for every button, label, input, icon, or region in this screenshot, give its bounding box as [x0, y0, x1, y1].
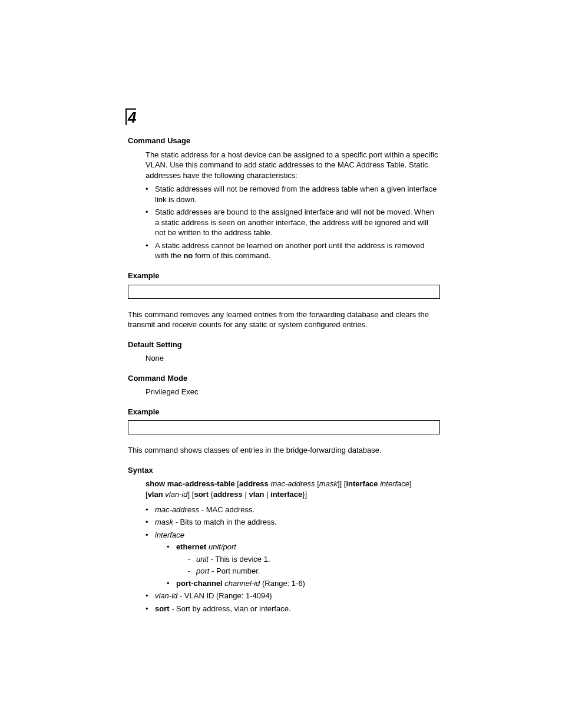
- param-name: interface: [155, 531, 184, 539]
- syntax-arg: vlan-id: [165, 490, 187, 499]
- list-item: unit - This is device 1.: [188, 554, 440, 565]
- code-box: [128, 420, 440, 434]
- param-name: mac-address: [155, 505, 199, 514]
- syntax-cmd: show mac-address-table: [146, 479, 235, 488]
- param-desc: (Range: 1-6): [260, 579, 305, 588]
- param-arg: unit: [209, 542, 221, 551]
- list-item: port-channel channel-id (Range: 1-6): [167, 578, 440, 589]
- param-name: port-channel: [176, 579, 223, 588]
- syntax-arg: interface: [380, 479, 409, 488]
- command-usage-list: Static addresses will not be removed fro…: [146, 184, 440, 261]
- param-desc: - This is device 1.: [209, 555, 270, 564]
- syntax-keyword: interface: [346, 479, 378, 488]
- param-desc: - Port number.: [209, 566, 260, 575]
- list-item: Static addresses are bound to the assign…: [146, 207, 440, 238]
- command-usage-intro: The static address for a host device can…: [146, 150, 440, 181]
- param-name: sort: [155, 604, 170, 613]
- param-arg: port: [223, 542, 236, 551]
- syntax-keyword: address: [239, 479, 269, 488]
- command-mode-value: Privileged Exec: [146, 387, 440, 397]
- example-heading: Example: [128, 407, 440, 417]
- show-description: This command shows classes of entries in…: [128, 445, 440, 456]
- syntax-arg: mask: [319, 479, 338, 488]
- param-name: port: [196, 566, 209, 575]
- example-heading: Example: [128, 271, 440, 281]
- default-setting-heading: Default Setting: [128, 340, 440, 350]
- param-name: vlan-id: [155, 591, 177, 600]
- param-name: ethernet: [176, 542, 206, 551]
- syntax-arg: mac-address: [270, 479, 315, 488]
- code-box: [128, 285, 440, 299]
- text-bold: no: [183, 251, 193, 260]
- text: |: [264, 490, 270, 499]
- syntax-params-list: mac-address - MAC address. mask - Bits t…: [146, 505, 440, 614]
- default-setting-value: None: [146, 353, 440, 364]
- param-desc: - Sort by address, vlan or interface.: [170, 604, 291, 613]
- command-mode-heading: Command Mode: [128, 373, 440, 384]
- command-usage-heading: Command Usage: [128, 136, 440, 146]
- param-name: mask: [155, 518, 173, 526]
- list-item: port - Port number.: [188, 566, 440, 577]
- content-body: Command Usage The static address for a h…: [128, 136, 440, 614]
- syntax-keyword: address: [213, 490, 243, 499]
- list-item: ethernet unit/port unit - This is device…: [167, 542, 440, 577]
- chapter-number-icon: 4: [125, 108, 136, 125]
- syntax-command-line: show mac-address-table [address mac-addr…: [146, 479, 440, 499]
- list-item: A static address cannot be learned on an…: [146, 241, 440, 261]
- text: }]: [302, 490, 307, 499]
- dash-list: unit - This is device 1. port - Port num…: [188, 554, 440, 577]
- list-item: mac-address - MAC address.: [146, 505, 440, 515]
- list-item: sort - Sort by address, vlan or interfac…: [146, 604, 440, 614]
- text: ]] [: [338, 479, 346, 488]
- param-arg: channel-id: [224, 579, 260, 588]
- list-item: vlan-id - VLAN ID (Range: 1-4094): [146, 591, 440, 601]
- syntax-keyword: interface: [270, 490, 302, 499]
- list-item: Static addresses will not be removed fro…: [146, 184, 440, 205]
- text: |: [243, 490, 249, 499]
- text: ] [: [188, 490, 194, 499]
- page: 4 Command Usage The static address for a…: [0, 0, 562, 728]
- syntax-keyword: sort: [194, 490, 209, 499]
- list-item: interface ethernet unit/port unit - This…: [146, 530, 440, 589]
- param-desc: - MAC address.: [199, 505, 254, 514]
- text: form of this command.: [193, 251, 270, 260]
- param-name: unit: [196, 555, 209, 564]
- nested-list: ethernet unit/port unit - This is device…: [167, 542, 440, 588]
- param-desc: - VLAN ID (Range: 1-4094): [177, 591, 272, 600]
- text: ]: [409, 479, 412, 488]
- list-item: mask - Bits to match in the address.: [146, 517, 440, 528]
- syntax-keyword: vlan: [148, 490, 163, 499]
- syntax-keyword: vlan: [249, 490, 264, 499]
- clear-description: This command removes any learned entries…: [128, 309, 440, 330]
- syntax-heading: Syntax: [128, 465, 440, 476]
- param-desc: - Bits to match in the address.: [173, 518, 277, 526]
